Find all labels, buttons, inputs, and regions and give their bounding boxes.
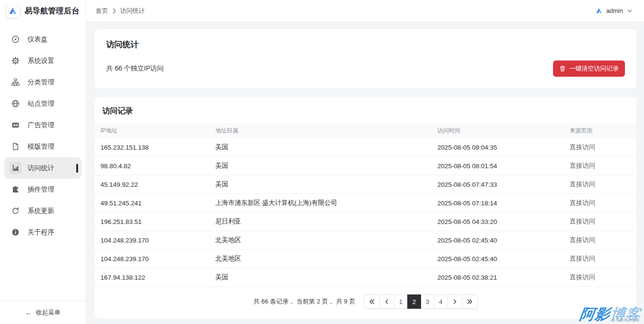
breadcrumb-current: 访问统计 <box>120 7 145 15</box>
table-row: 104.248.239.170北美地区2025-08-05 02:45:40直接… <box>95 250 636 268</box>
next-page-button[interactable] <box>447 294 463 309</box>
sidebar-item-dashboard[interactable]: 仪表盘 <box>4 29 81 50</box>
gear-icon <box>9 55 21 67</box>
col-ip: IP地址 <box>95 123 210 138</box>
sidebar-menu: 仪表盘系统设置分类管理站点管理Ad广告管理模版管理访问统计插件管理系统更新关于程… <box>0 22 86 301</box>
page-button-1[interactable]: 1 <box>394 294 408 309</box>
table-row: 98.80.4.82美国2025-08-05 08:01:54直接访问 <box>95 157 636 175</box>
time-cell: 2025-08-05 02:45:40 <box>432 250 564 268</box>
stats-card: 访问统计 共 66 个独立IP访问 一键清空访问记录 <box>95 29 636 88</box>
sitemap-icon <box>9 76 21 89</box>
ip-cell: 196.251.83.51 <box>95 213 210 231</box>
page-button-3[interactable]: 3 <box>421 294 434 309</box>
col-source: 来源页面 <box>564 123 636 138</box>
records-table: IP地址 地址归属 访问时间 来源页面 165.232.151.138美国202… <box>95 123 636 287</box>
location-cell: 美国 <box>210 138 432 157</box>
sidebar-item-about[interactable]: 关于程序 <box>4 222 81 243</box>
location-cell: 尼日利亚 <box>210 213 432 231</box>
sidebar-item-templates[interactable]: 模版管理 <box>4 136 81 157</box>
time-cell: 2025-08-05 07:18:14 <box>432 194 564 213</box>
breadcrumb-home[interactable]: 首页 <box>96 7 108 15</box>
svg-text:Ad: Ad <box>13 123 18 127</box>
trash-icon <box>559 65 566 72</box>
sidebar-item-label: 系统设置 <box>28 57 54 65</box>
sidebar-item-update[interactable]: 系统更新 <box>4 200 81 222</box>
ip-cell: 167.94.138.122 <box>95 268 210 287</box>
ip-cell: 165.232.151.138 <box>95 138 210 157</box>
source-cell: 直接访问 <box>564 250 636 268</box>
source-cell: 直接访问 <box>564 157 636 175</box>
sidebar-item-sites[interactable]: 站点管理 <box>4 93 81 114</box>
location-cell: 北美地区 <box>210 231 432 250</box>
chevron-down-icon <box>627 8 633 14</box>
table-row: 165.232.151.138美国2025-08-05 09:04:35直接访问 <box>95 138 636 157</box>
source-cell: 直接访问 <box>564 138 636 157</box>
col-location: 地址归属 <box>210 123 432 138</box>
sidebar-item-categories[interactable]: 分类管理 <box>4 71 81 93</box>
sidebar-item-ads[interactable]: Ad广告管理 <box>4 114 81 136</box>
records-title: 访问记录 <box>95 97 636 123</box>
bar-chart-icon <box>9 162 21 174</box>
collapse-menu-button[interactable]: ← 收起菜单 <box>0 301 86 324</box>
time-cell: 2025-08-05 09:04:35 <box>432 138 564 157</box>
user-name: admin <box>606 7 623 14</box>
pagination: 共 66 条记录， 当前第 2 页， 共 9 页 1234 <box>95 287 636 318</box>
source-cell: 直接访问 <box>564 231 636 250</box>
user-menu[interactable]: admin <box>595 7 633 14</box>
puzzle-icon <box>9 183 21 196</box>
app-logo-icon <box>6 4 20 18</box>
table-row: 45.149.92.22美国2025-08-05 07:47:33直接访问 <box>95 175 636 194</box>
pagination-buttons: 1234 <box>364 294 478 309</box>
page-button-2[interactable]: 2 <box>407 294 421 309</box>
location-cell: 上海市浦东新区 盛大计算机(上海)有限公司 <box>210 194 432 213</box>
ip-cell: 45.149.92.22 <box>95 175 210 194</box>
time-cell: 2025-08-05 08:01:54 <box>432 157 564 175</box>
file-icon <box>9 141 21 153</box>
refresh-icon <box>9 205 21 217</box>
table-header-row: IP地址 地址归属 访问时间 来源页面 <box>95 123 636 138</box>
ad-icon: Ad <box>9 119 21 132</box>
sidebar-item-label: 关于程序 <box>28 228 54 237</box>
sidebar-item-label: 访问统计 <box>28 164 54 172</box>
globe-icon <box>9 98 21 110</box>
first-page-button[interactable] <box>364 294 380 309</box>
sidebar-item-label: 模版管理 <box>28 142 54 151</box>
sidebar-item-label: 系统更新 <box>28 207 54 215</box>
sidebar-item-label: 广告管理 <box>28 121 54 130</box>
time-cell: 2025-08-05 02:45:40 <box>432 231 564 250</box>
sidebar-item-stats[interactable]: 访问统计 <box>4 157 81 179</box>
sidebar-item-plugins[interactable]: 插件管理 <box>4 179 81 200</box>
ip-cell: 49.51.245.241 <box>95 194 210 213</box>
table-row: 167.94.138.122美国2025-08-05 02:38:21直接访问 <box>95 268 636 287</box>
time-cell: 2025-08-05 02:38:21 <box>432 268 564 287</box>
ip-cell: 104.248.239.170 <box>95 250 210 268</box>
main-area: 首页 ❯ 访问统计 admin 访问统计 共 66 个独立IP访问 <box>86 0 644 324</box>
collapse-menu-label: 收起菜单 <box>36 308 60 317</box>
source-cell: 直接访问 <box>564 175 636 194</box>
pagination-info: 共 66 条记录， 当前第 2 页， 共 9 页 <box>253 297 355 306</box>
last-page-button[interactable] <box>462 294 478 309</box>
sidebar-header: 易导航管理后台 <box>0 0 86 22</box>
ip-cell: 98.80.4.82 <box>95 157 210 175</box>
clear-records-button[interactable]: 一键清空访问记录 <box>553 61 625 77</box>
content: 访问统计 共 66 个独立IP访问 一键清空访问记录 <box>86 22 644 324</box>
location-cell: 美国 <box>210 175 432 194</box>
sidebar-item-label: 插件管理 <box>28 185 54 194</box>
prev-page-button[interactable] <box>379 294 394 309</box>
ip-cell: 104.248.239.170 <box>95 231 210 250</box>
topbar: 首页 ❯ 访问统计 admin <box>86 0 644 22</box>
source-cell: 直接访问 <box>564 213 636 231</box>
compass-icon <box>9 33 21 46</box>
page-button-4[interactable]: 4 <box>434 294 448 309</box>
source-cell: 直接访问 <box>564 268 636 287</box>
location-cell: 美国 <box>210 157 432 175</box>
stats-title: 访问统计 <box>106 39 625 50</box>
table-row: 196.251.83.51尼日利亚2025-08-05 04:33:20直接访问 <box>95 213 636 231</box>
table-row: 49.51.245.241上海市浦东新区 盛大计算机(上海)有限公司2025-0… <box>95 194 636 213</box>
clear-records-label: 一键清空访问记录 <box>569 64 619 73</box>
table-row: 104.248.239.170北美地区2025-08-05 02:45:40直接… <box>95 231 636 250</box>
stats-summary: 共 66 个独立IP访问 <box>106 64 164 73</box>
sidebar: 易导航管理后台 仪表盘系统设置分类管理站点管理Ad广告管理模版管理访问统计插件管… <box>0 0 86 324</box>
location-cell: 北美地区 <box>210 250 432 268</box>
sidebar-item-settings[interactable]: 系统设置 <box>4 50 81 71</box>
